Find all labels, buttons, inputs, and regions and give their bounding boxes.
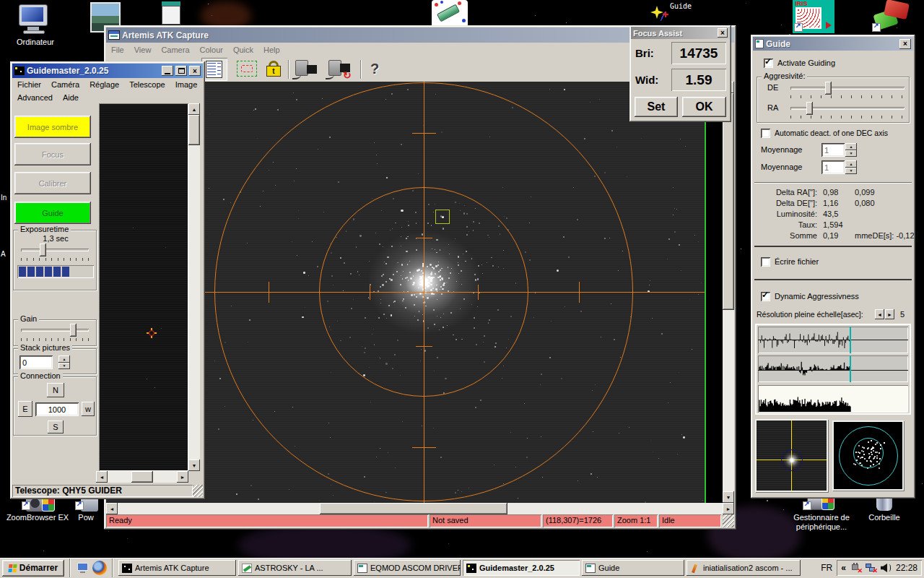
menu-fichier[interactable]: Fichier — [12, 79, 46, 90]
taskbar-button-initialisation[interactable]: iniatialisation2 ascom - ... — [687, 560, 801, 576]
activate-guiding-checkbox[interactable]: ✓ — [764, 59, 773, 68]
guider-hscrollbar[interactable]: ◄ ► — [96, 471, 188, 483]
help-icon[interactable]: ? — [365, 58, 385, 81]
guide-button[interactable]: Guide — [14, 202, 91, 224]
spin-up-arrow[interactable]: ▲ — [58, 355, 70, 363]
telescope-icon[interactable] — [432, 0, 468, 27]
document-window-icon[interactable] — [162, 1, 182, 26]
south-button[interactable]: S — [48, 420, 64, 434]
set-button[interactable]: Set — [635, 97, 678, 117]
ok-button[interactable]: OK — [682, 97, 726, 117]
reticle-tick — [269, 282, 269, 303]
subframe-selection-icon[interactable] — [235, 58, 259, 81]
tray-chevron-icon[interactable]: « — [841, 563, 846, 573]
scroll-down-arrow[interactable]: ▼ — [188, 460, 200, 471]
menu-view[interactable]: View — [129, 44, 157, 56]
taskbar-button-astrosky[interactable]: ASTROSKY - LA ... — [238, 560, 352, 576]
east-button[interactable]: E — [18, 401, 32, 417]
stack-input[interactable]: 0 — [19, 355, 53, 369]
spin-down-arrow[interactable]: ▼ — [845, 168, 857, 175]
focus-assist-titlebar[interactable]: Focus Assist × — [631, 27, 730, 39]
menu-reglage[interactable]: Réglage — [84, 79, 124, 90]
start-button[interactable]: Démarrer — [2, 560, 64, 577]
close-icon[interactable]: × — [189, 66, 201, 76]
taskbar-button-artemis[interactable]: Artemis ATK Capture — [118, 560, 236, 576]
cards-app-icon[interactable]: ↗ — [871, 0, 911, 32]
guide-task-icon — [585, 564, 596, 573]
speaker-icon[interactable] — [881, 563, 892, 573]
exposure-slider-thumb[interactable] — [40, 243, 46, 256]
guidemaster-titlebar[interactable]: Guidemaster_2.0.25 × — [12, 64, 203, 78]
show-desktop-icon[interactable] — [76, 562, 90, 574]
ra-slider-thumb[interactable] — [806, 102, 813, 115]
averaging-ra-input[interactable]: 1 — [821, 160, 845, 174]
taskbar-button-guide[interactable]: Guide — [582, 560, 684, 576]
close-icon[interactable]: × — [718, 28, 728, 38]
guider-image-panel[interactable] — [99, 103, 188, 471]
taskbar-button-eqmod[interactable]: EQMOD ASCOM DRIVER — [354, 560, 461, 576]
dark-frame-button[interactable]: Image sombre — [14, 116, 91, 138]
dynamic-aggressivness-checkbox[interactable]: ✓ — [761, 292, 770, 301]
scroll-up-arrow[interactable]: ▲ — [188, 103, 200, 115]
de-slider-thumb[interactable] — [825, 82, 832, 95]
menu-camera-fr[interactable]: Caméra — [46, 79, 84, 90]
hscroll-thumb[interactable] — [320, 503, 507, 514]
guide-app-icon — [755, 39, 764, 48]
scroll-down-arrow[interactable]: ▼ — [723, 491, 734, 503]
guide-titlebar[interactable]: Guide × — [753, 37, 913, 51]
scroll-right-arrow[interactable]: ► — [723, 503, 734, 514]
scroll-right-arrow[interactable]: ► — [177, 471, 188, 483]
menu-telescope[interactable]: Telescope — [124, 79, 170, 90]
gain-slider-thumb[interactable] — [70, 324, 77, 337]
artemis-hscrollbar[interactable]: ◄ ► — [106, 503, 734, 514]
menu-advanced[interactable]: Advanced — [12, 92, 58, 103]
menu-camera[interactable]: Camera — [156, 44, 194, 56]
focus-button[interactable]: Focus — [14, 143, 91, 165]
auto-deact-checkbox[interactable] — [761, 129, 770, 138]
menu-quick[interactable]: Quick — [228, 44, 258, 56]
scroll-left-arrow[interactable]: ◄ — [106, 503, 118, 514]
menu-help[interactable]: Help — [258, 44, 285, 56]
spin-up-arrow[interactable]: ▲ — [845, 143, 857, 150]
spin-down-arrow[interactable]: ▼ — [845, 150, 857, 158]
display-panel-icon[interactable] — [201, 58, 227, 81]
averaging-de-label: Moyennage — [761, 145, 803, 154]
resolution-right-arrow[interactable]: ► — [885, 309, 894, 319]
camera-capture-icon[interactable] — [292, 58, 321, 81]
camera-loop-icon[interactable]: ↻ — [326, 58, 357, 81]
iris-icon[interactable]: IRIS ↗ — [793, 0, 834, 33]
scroll-left-arrow[interactable]: ◄ — [96, 471, 108, 483]
guider-vscrollbar[interactable]: ▲ ▼ — [188, 103, 200, 471]
close-icon[interactable]: × — [899, 39, 911, 49]
taskbar-button-guidemaster[interactable]: Guidemaster_2.0.25 — [463, 560, 580, 576]
resolution-left-arrow[interactable]: ◄ — [875, 309, 884, 319]
artemis-vscrollbar[interactable]: ▲ ▼ — [723, 82, 734, 503]
network-error-icon[interactable]: ✕ — [866, 563, 876, 573]
menu-image[interactable]: Image — [170, 79, 203, 90]
pulse-duration-input[interactable]: 1000 — [35, 402, 79, 416]
vscroll-thumb[interactable] — [723, 93, 734, 310]
averaging-de-input[interactable]: 1 — [821, 143, 845, 157]
usb-error-icon[interactable]: ✕ — [850, 563, 861, 573]
north-button[interactable]: N — [47, 383, 64, 397]
menu-aide[interactable]: Aide — [58, 92, 84, 103]
guide-star-blob — [784, 452, 800, 468]
calibrate-button[interactable]: Calibrer — [14, 172, 91, 194]
maximize-button[interactable] — [175, 66, 187, 76]
menu-file[interactable]: File — [106, 44, 129, 56]
menu-colour[interactable]: Colour — [195, 44, 228, 56]
minimize-button[interactable] — [162, 66, 173, 76]
spin-down-arrow[interactable]: ▼ — [58, 363, 70, 370]
resize-grip[interactable] — [723, 514, 734, 527]
width-value: 1.59 — [671, 69, 726, 91]
west-button[interactable]: w — [82, 402, 95, 416]
language-indicator[interactable]: FR — [821, 563, 832, 573]
clock[interactable]: 22:28 — [896, 563, 918, 573]
hscroll-thumb[interactable] — [131, 471, 153, 483]
vscroll-thumb[interactable] — [188, 115, 200, 145]
firefox-icon[interactable] — [92, 561, 107, 575]
resize-grip[interactable] — [193, 485, 203, 497]
write-file-checkbox[interactable] — [761, 257, 770, 267]
spin-up-arrow[interactable]: ▲ — [845, 160, 857, 168]
lock-icon[interactable]: t — [263, 58, 285, 81]
